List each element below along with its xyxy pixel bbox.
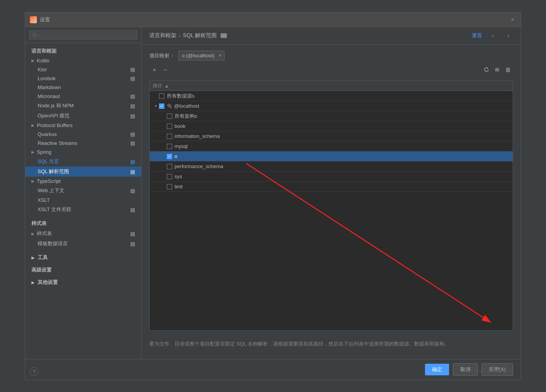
kotlin-arrow: ▶ <box>31 58 35 63</box>
ktor-label: Ktor <box>38 67 47 72</box>
breadcrumb-parent: 语言和框架 <box>149 32 176 39</box>
row-checkbox[interactable] <box>167 134 172 139</box>
reactive-streams-label: Reactive Streams <box>38 140 78 146</box>
row-label: 所有架构s <box>175 113 197 120</box>
collapse-button[interactable] <box>492 65 502 74</box>
other-expand-arrow: ▶ <box>31 280 35 285</box>
spring-label: Spring <box>37 149 52 155</box>
confirm-button[interactable]: 确定 <box>425 364 449 375</box>
sidebar-item-xslt-assoc[interactable]: XSLT 文件关联 ▤ <box>25 205 141 215</box>
project-map-row: 项目映射： o (@localhost) ▼ <box>149 51 513 60</box>
sidebar-item-xslt[interactable]: XSLT <box>25 196 141 205</box>
row-label: sys <box>175 174 182 179</box>
table-toolbar: + − <box>149 65 513 74</box>
remove-button[interactable]: − <box>160 65 170 74</box>
project-map-select-wrapper: o (@localhost) ▼ <box>178 51 225 60</box>
refresh-icon <box>484 67 489 72</box>
micronaut-label: Micronaut <box>38 93 60 99</box>
style-table-label: 样式表 <box>37 230 52 237</box>
nodejs-label: Node.js 和 NPM <box>38 102 74 109</box>
style-table-icon: ▤ <box>130 231 135 237</box>
project-map-select[interactable]: o (@localhost) <box>178 51 225 60</box>
sql-resolution-icon: ▤ <box>130 169 135 175</box>
sidebar-item-kotlin[interactable]: ▶ Kotlin <box>25 56 141 65</box>
search-input[interactable] <box>29 30 137 40</box>
kotlin-label: Kotlin <box>37 58 50 64</box>
row-checkbox[interactable] <box>167 164 172 169</box>
table-row[interactable]: information_schema <box>150 131 513 141</box>
back-button[interactable]: ‹ <box>488 31 498 40</box>
row-checkbox[interactable]: ✓ <box>167 154 172 159</box>
reactive-streams-icon: ▤ <box>130 140 135 146</box>
row-checkbox[interactable] <box>167 174 172 179</box>
sidebar-item-spring[interactable]: ▶ Spring <box>25 148 141 156</box>
row-label: @localhost <box>174 103 199 109</box>
row-checkbox[interactable] <box>167 113 172 119</box>
table-row[interactable]: test <box>150 182 513 192</box>
web-context-label: Web 上下文 <box>38 187 64 194</box>
sidebar-item-nodejs[interactable]: Node.js 和 NPM ▤ <box>25 101 141 111</box>
micronaut-icon: ▤ <box>130 93 135 99</box>
sidebar-item-sql-dialect[interactable]: SQL 方言 ▤ <box>25 156 141 167</box>
row-label: 所有数据源s <box>167 93 195 100</box>
row-checkbox[interactable] <box>159 93 164 99</box>
table-row[interactable]: performance_schema <box>150 162 513 172</box>
reset-button[interactable]: 重置 <box>472 32 482 39</box>
sidebar-item-ktor[interactable]: Ktor ▤ <box>25 65 141 74</box>
title-bar: 设置 × <box>25 12 521 27</box>
markdown-label: Markdown <box>38 84 61 90</box>
expand-button[interactable] <box>503 65 513 74</box>
row-checkbox[interactable]: ✓ <box>159 103 164 109</box>
sidebar-item-protocol-buffers[interactable]: ▶ Protocol Buffers <box>25 121 141 130</box>
section-lang-label: 语言和框架 <box>25 45 141 56</box>
header-actions: 重置 ‹ › <box>472 31 513 40</box>
section-advanced-label: 高级设置 <box>25 264 141 275</box>
help-button[interactable]: ? <box>30 367 38 376</box>
ktor-icon: ▤ <box>130 67 135 72</box>
template-lang-icon: ▤ <box>130 241 135 247</box>
xslt-label: XSLT <box>38 197 50 203</box>
web-context-icon: ▤ <box>130 188 135 194</box>
add-button[interactable]: + <box>149 65 159 74</box>
sidebar-item-quarkus[interactable]: Quarkus ▤ <box>25 130 141 139</box>
dialog-title: 设置 <box>40 16 50 23</box>
sidebar-item-micronaut[interactable]: Micronaut ▤ <box>25 92 141 101</box>
template-lang-label: 模板数据语言 <box>38 240 68 247</box>
row-expand-icon[interactable]: ▼ <box>153 104 159 108</box>
section-tools-label: ▶ 工具 <box>25 252 141 263</box>
forward-button[interactable]: › <box>504 31 513 40</box>
section-style-label: 样式表 <box>25 218 141 229</box>
sidebar-item-reactive-streams[interactable]: Reactive Streams ▤ <box>25 139 141 148</box>
table-row[interactable]: ▼ ✓ 🔌 @localhost <box>150 101 513 111</box>
breadcrumb: 语言和框架 › SQL 解析范围 <box>149 32 227 39</box>
row-checkbox[interactable] <box>167 124 172 129</box>
tools-expand-arrow: ▶ <box>31 256 35 260</box>
close-button[interactable]: × <box>509 16 516 23</box>
sort-icon[interactable]: ▲ <box>164 83 169 89</box>
table-row[interactable]: mysql <box>150 141 513 151</box>
sidebar-item-openapi[interactable]: OpenAPI 规范 ▤ <box>25 111 141 121</box>
table-row[interactable]: book <box>150 121 513 131</box>
refresh-button[interactable] <box>481 65 491 74</box>
typescript-arrow: ▶ <box>31 179 35 183</box>
quarkus-label: Quarkus <box>38 131 57 137</box>
tree-table: 路径 ▲ 所有数据源s ▼ ✓ 🔌 <box>149 81 513 331</box>
table-row[interactable]: 所有数据源s <box>150 91 513 101</box>
table-row[interactable]: sys <box>150 172 513 182</box>
sidebar-item-typescript[interactable]: ▶ TypeScript <box>25 177 141 186</box>
sidebar-item-web-context[interactable]: Web 上下文 ▤ <box>25 186 141 196</box>
title-bar-left: 设置 <box>30 16 50 23</box>
sidebar-item-sql-resolution[interactable]: SQL 解析范围 ▤ <box>25 167 141 177</box>
lombok-icon: ▤ <box>130 76 135 81</box>
sidebar-item-style-table[interactable]: ▶ 样式表 ▤ <box>25 229 141 239</box>
sidebar-item-markdown[interactable]: Markdown <box>25 83 141 92</box>
project-map-label: 项目映射： <box>149 52 175 59</box>
table-row[interactable]: ✓ o <box>150 151 513 162</box>
row-label: o <box>175 153 177 159</box>
row-checkbox[interactable] <box>167 144 172 149</box>
sidebar-item-lombok[interactable]: Lombok ▤ <box>25 74 141 83</box>
row-checkbox[interactable] <box>167 184 172 189</box>
table-row[interactable]: 所有架构s <box>150 111 513 121</box>
main-content: 语言和框架 › SQL 解析范围 重置 ‹ › 项目映射： <box>142 27 521 359</box>
sidebar-item-template-lang[interactable]: 模板数据语言 ▤ <box>25 239 141 249</box>
